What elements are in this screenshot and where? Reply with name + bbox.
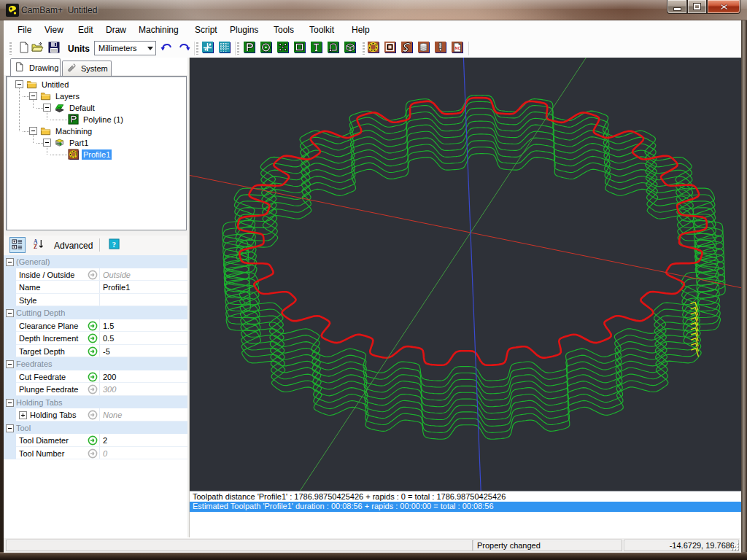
title-bar[interactable]: CamBam+ Untitled: [0, 0, 747, 20]
property-value[interactable]: 0: [103, 449, 107, 458]
tree-node-untitled[interactable]: Untitled: [40, 79, 70, 90]
property-expander[interactable]: [19, 411, 27, 419]
menu-plugins[interactable]: Plugins: [230, 25, 258, 35]
local-value-icon[interactable]: [88, 372, 98, 382]
default-value-icon[interactable]: [88, 270, 98, 280]
property-row-inside-outside[interactable]: Inside / OutsideOutside: [4, 268, 187, 281]
property-value[interactable]: 2: [103, 436, 107, 445]
categorized-button[interactable]: [9, 237, 26, 253]
resize-grip[interactable]: [730, 542, 740, 552]
arc-button[interactable]: [328, 42, 340, 54]
tree-node-default[interactable]: Default: [68, 102, 96, 114]
toolbar-grip[interactable]: [237, 42, 239, 55]
default-value-icon[interactable]: [88, 384, 98, 394]
property-row-name[interactable]: NameProfile1: [4, 281, 187, 294]
maximize-button[interactable]: [687, 0, 707, 14]
property-value[interactable]: -5: [103, 347, 110, 356]
toolpath-duration-line[interactable]: Estimated Toolpath 'Profile1' duration :…: [190, 502, 741, 512]
circle-button[interactable]: [260, 42, 273, 54]
property-row-holding-tabs[interactable]: Holding TabsNone: [4, 408, 187, 421]
property-row-cut-feedrate[interactable]: Cut Feedrate200: [4, 370, 187, 383]
category-expander[interactable]: [6, 309, 14, 317]
tab-drawing[interactable]: Drawing: [10, 58, 61, 76]
surface-button[interactable]: [344, 42, 357, 54]
tree-node-polyline-1-[interactable]: Polyline (1): [82, 114, 125, 125]
drill-button[interactable]: [435, 42, 447, 54]
category-expander[interactable]: [6, 258, 14, 266]
category-expander[interactable]: [6, 360, 14, 368]
lathe-button[interactable]: [418, 42, 430, 54]
property-value[interactable]: 300: [103, 385, 116, 394]
grid-button[interactable]: [219, 42, 231, 54]
property-value[interactable]: Outside: [103, 271, 131, 279]
property-category[interactable]: Holding Tabs: [4, 396, 187, 408]
tree-expander[interactable]: [15, 80, 23, 88]
local-value-icon[interactable]: [88, 346, 98, 357]
property-row-target-depth[interactable]: Target Depth-5: [4, 345, 187, 357]
menu-toolkit[interactable]: Toolkit: [309, 25, 334, 35]
toolbar-grip[interactable]: [363, 42, 365, 55]
property-row-tool-number[interactable]: Tool Number0: [4, 447, 187, 459]
tab-system[interactable]: System: [62, 61, 112, 76]
redo-button[interactable]: [178, 42, 190, 54]
category-expander[interactable]: [6, 399, 14, 407]
property-value[interactable]: None: [103, 411, 122, 419]
tree-expander[interactable]: [29, 92, 37, 100]
menu-help[interactable]: Help: [352, 25, 370, 35]
property-row-depth-increment[interactable]: Depth Increment0.5: [4, 332, 187, 345]
local-value-icon[interactable]: [88, 333, 98, 343]
tree-node-part1[interactable]: Part1: [68, 137, 90, 149]
property-value[interactable]: 200: [103, 373, 116, 381]
property-row-tool-diameter[interactable]: Tool Diameter2: [4, 434, 187, 447]
default-value-icon[interactable]: [88, 448, 98, 459]
tree-expander[interactable]: [29, 127, 37, 135]
toolbar-grip[interactable]: [9, 42, 12, 55]
close-button[interactable]: [707, 0, 740, 14]
save-button[interactable]: [48, 42, 61, 54]
property-row-style[interactable]: Style: [4, 294, 187, 306]
polyline-button[interactable]: [244, 42, 256, 54]
axes-button[interactable]: [202, 42, 214, 54]
undo-button[interactable]: [160, 42, 173, 54]
tree-node-profile1[interactable]: Profile1: [82, 149, 112, 160]
property-row-clearance-plane[interactable]: Clearance Plane1.5: [4, 319, 187, 332]
tree-expander[interactable]: [43, 139, 51, 147]
property-value[interactable]: 1.5: [103, 322, 114, 330]
tree-node-machining[interactable]: Machining: [54, 125, 93, 137]
3d-viewport[interactable]: [190, 58, 741, 491]
gcode-button[interactable]: NC: [452, 42, 464, 54]
menu-view[interactable]: View: [44, 25, 63, 35]
help-button[interactable]: ?: [107, 237, 123, 253]
menu-draw[interactable]: Draw: [106, 25, 126, 35]
text-button[interactable]: [311, 42, 323, 54]
local-value-icon[interactable]: [88, 435, 98, 446]
units-combobox[interactable]: Millimeters: [94, 41, 156, 55]
pocket-button[interactable]: [384, 42, 397, 54]
menu-tools[interactable]: Tools: [274, 25, 294, 35]
minimize-button[interactable]: [667, 0, 687, 14]
tree-expander[interactable]: [43, 104, 51, 112]
advanced-button[interactable]: Advanced: [54, 241, 93, 251]
new-document-button[interactable]: [18, 42, 31, 54]
menu-file[interactable]: File: [18, 25, 31, 35]
property-category[interactable]: (General): [4, 255, 187, 268]
property-category[interactable]: Tool: [4, 421, 187, 434]
property-category[interactable]: Cutting Depth: [4, 306, 187, 319]
property-row-plunge-feedrate[interactable]: Plunge Feedrate300: [4, 383, 187, 396]
points-button[interactable]: [277, 42, 290, 54]
property-category[interactable]: Feedrates: [4, 357, 187, 370]
alphabetical-button[interactable]: AZ: [31, 237, 47, 253]
property-value[interactable]: Profile1: [103, 283, 130, 292]
engrave-button[interactable]: [401, 42, 414, 54]
default-value-icon[interactable]: [88, 410, 98, 420]
local-value-icon[interactable]: [88, 321, 98, 331]
open-folder-button[interactable]: [31, 42, 44, 54]
toolbar-grip[interactable]: [196, 42, 198, 55]
property-value[interactable]: 0.5: [103, 334, 114, 343]
tree-node-layers[interactable]: Layers: [54, 90, 81, 102]
profile-button[interactable]: [368, 42, 380, 54]
menu-script[interactable]: Script: [195, 25, 217, 35]
units-dropdown-arrow[interactable]: [144, 42, 155, 55]
menu-machining[interactable]: Machining: [139, 25, 179, 35]
menu-edit[interactable]: Edit: [78, 25, 93, 35]
